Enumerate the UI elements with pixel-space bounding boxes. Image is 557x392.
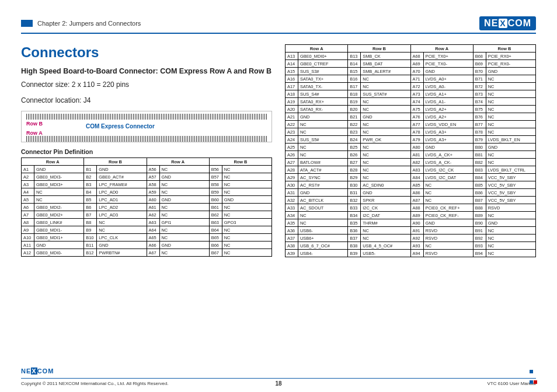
table-cell: A61 [147, 204, 159, 211]
table-row: A11GNDB11GNDA66GNDB66NC [22, 242, 272, 249]
table-cell: B83 [473, 166, 486, 174]
table-cell: NC [159, 234, 209, 242]
table-cell: LVDS_I2C_DAT [423, 174, 473, 181]
table-cell: NC [222, 181, 271, 188]
table-cell: LVDS_A_CK+ [423, 151, 473, 159]
table-cell: NC [222, 249, 271, 257]
table-cell: VCC_5V_SBY [486, 181, 535, 189]
table-cell: NC [298, 219, 348, 227]
table-cell: LPC_CLK [97, 234, 147, 242]
table-cell: SMB_CK [361, 52, 410, 60]
table-cell: GND [97, 242, 147, 249]
table-cell: A12 [22, 249, 34, 257]
table-cell: NC [97, 226, 147, 234]
table-cell: B89 [473, 212, 486, 219]
table-cell: A64 [147, 226, 159, 234]
table-cell: NC [361, 151, 410, 159]
table-row: A18SUS_S4#B18SUS_STAT#A73LVDS_A1+B73NC [286, 90, 536, 98]
table-cell: B76 [473, 113, 486, 121]
table-cell: B7 [84, 211, 97, 219]
table-cell: B58 [209, 181, 222, 188]
table-cell: A88 [410, 204, 423, 212]
table-cell: THRM# [361, 219, 410, 227]
table-cell: A16 [286, 75, 298, 83]
table-cell: A1 [22, 166, 34, 173]
table-cell: GBE0_MDI0+ [298, 52, 348, 60]
table-cell: A85 [410, 181, 423, 189]
table-cell: B17 [348, 83, 361, 90]
table-cell: A4 [22, 188, 34, 196]
table-cell: NC [222, 204, 271, 211]
table-row: A35NCB35THRM#A90GNDB90GND [286, 219, 536, 227]
table-cell: LVDS_A1- [423, 98, 473, 106]
table-cell: NC [298, 144, 348, 151]
table-row: A33AC_SDOUTB33I2C_CKA88PCIE0_CK_REF+B88R… [286, 204, 536, 212]
table-cell: A9 [22, 226, 34, 234]
table-cell: A20 [286, 106, 298, 113]
table-cell: B4 [84, 188, 97, 196]
table-cell: NC [486, 250, 535, 257]
table-row: A21GNDB21GNDA76LVDS_A2+B76NC [286, 113, 536, 121]
table-cell: NC [361, 159, 410, 166]
table-cell: B57 [209, 173, 222, 181]
table-cell: NC [222, 226, 271, 234]
table-row: A29AC_SYNCB29NCA84LVDS_I2C_DATB84VCC_5V_… [286, 174, 536, 181]
th-rowa: Row A [286, 45, 348, 52]
table-cell: RSVD [423, 235, 473, 242]
connector-diagram: Row B COM Express Connector Row A [21, 111, 272, 142]
table-row: A24SUS_S5#B24PWR_OKA79LVDS_A3+B79LVDS_BK… [286, 136, 536, 144]
table-cell: A71 [410, 75, 423, 83]
table-cell: GND [159, 242, 209, 249]
table-cell: GND [34, 166, 84, 173]
table-row: A39USB4-B39USB5-A94RSVDB94NC [286, 250, 536, 257]
table-cell: GPI1 [159, 219, 209, 226]
table-cell: B31 [348, 189, 361, 197]
table-cell: A89 [410, 212, 423, 219]
table-cell: B73 [473, 90, 486, 98]
table-cell: B16 [348, 75, 361, 83]
th-rowa: Row A [410, 45, 473, 52]
table-cell: B38 [348, 242, 361, 250]
table-row: A7GBE0_MDI2+B7LPC_AD3A62NCB62NC [22, 211, 272, 219]
table-cell: B39 [348, 250, 361, 257]
table-cell: NC [486, 98, 535, 106]
table-cell: NC [34, 196, 84, 204]
pin-table-left: Row A Row B Row A Row B A1GNDB1GNDA56NCB… [21, 158, 272, 257]
table-cell: B71 [473, 75, 486, 83]
table-cell: A3 [22, 181, 34, 188]
table-cell: B27 [348, 159, 361, 166]
table-cell: A87 [410, 197, 423, 204]
table-row: A32AC_BITCLKB32SPKRA87NCB87VCC_5V_SBY [286, 197, 536, 204]
table-cell: B90 [473, 219, 486, 227]
table-row: A30AC_RST#B30AC_SDIN0A85NCB85VCC_5V_SBY [286, 181, 536, 189]
table-cell: A63 [147, 219, 159, 226]
table-row: A1GNDB1GNDA56NCB56NC [22, 166, 272, 173]
table-cell: B12 [84, 249, 97, 257]
table-row: A5NCB5LPC_AD1A60GNDB60GND [22, 196, 272, 204]
connector-location: Connector location: J4 [21, 96, 272, 106]
table-cell: GND [361, 189, 410, 197]
diagram-com-label: COM Express Connector [86, 123, 155, 130]
table-cell: NC [361, 128, 410, 136]
table-cell: NC [361, 106, 410, 113]
table-cell: A36 [286, 227, 298, 235]
table-cell: A66 [147, 242, 159, 249]
table-cell: B94 [473, 250, 486, 257]
table-cell: A70 [410, 68, 423, 75]
table-cell: B22 [348, 121, 361, 128]
table-cell: B77 [473, 121, 486, 128]
table-cell: NC [298, 121, 348, 128]
table-cell: A92 [410, 235, 423, 242]
footer-copyright: Copyright © 2011 NEXCOM International Co… [21, 381, 169, 386]
table-cell: LVDS_A_CK- [423, 159, 473, 166]
table-cell: ATA_ACT# [298, 166, 348, 174]
table-cell: USB_4_5_OC# [361, 242, 410, 250]
table-cell: GBE0_MDI2- [34, 204, 84, 211]
table-cell: GND [486, 144, 535, 151]
connector-size: Connector size: 2 x 110 = 220 pins [21, 80, 272, 90]
pin-definition-header: Connector Pin Definition [21, 148, 272, 155]
table-cell: B84 [473, 174, 486, 181]
table-cell: B80 [473, 144, 486, 151]
table-cell: B15 [348, 68, 361, 75]
table-cell: A72 [410, 83, 423, 90]
